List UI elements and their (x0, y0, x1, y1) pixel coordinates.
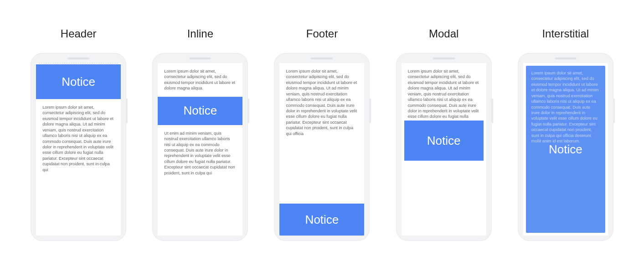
notice-label: Notice (549, 142, 582, 157)
column-interstitial: Interstitial Lorem ipsum dolor sit amet,… (509, 27, 623, 241)
column-footer: Footer Lorem ipsum dolor sit amet, conse… (265, 27, 379, 241)
device-screen: Lorem ipsum dolor sit amet, consectetur … (158, 63, 242, 236)
body-text: Lorem ipsum dolor sit amet, consectetur … (286, 68, 358, 136)
column-header: Header Notice Lorem ipsum dolor sit amet… (21, 27, 135, 241)
diagram-row: Header Notice Lorem ipsum dolor sit amet… (0, 0, 644, 250)
device-frame: Lorem ipsum dolor sit amet, consectetur … (274, 53, 370, 241)
notice-banner-footer: Notice (279, 204, 364, 236)
body-text: Lorem ipsum dolor sit amet, consectetur … (164, 68, 236, 91)
body-text: Lorem ipsum dolor sit amet, consectetur … (42, 105, 114, 173)
column-inline: Inline Lorem ipsum dolor sit amet, conse… (143, 27, 257, 241)
device-screen: Lorem ipsum dolor sit amet, consectetur … (279, 63, 364, 236)
device-screen: Lorem ipsum dolor sit amet, consectetur … (402, 63, 486, 236)
device-frame: Notice Lorem ipsum dolor sit amet, conse… (31, 53, 126, 241)
device-frame: Lorem ipsum dolor sit amet, consectetur … (152, 53, 248, 241)
column-modal: Modal Lorem ipsum dolor sit amet, consec… (387, 27, 501, 241)
notice-interstitial-overlay: Lorem ipsum dolor sit amet, consectetur … (526, 66, 605, 233)
notice-banner-inline: Notice (158, 97, 242, 125)
column-title: Modal (429, 27, 459, 40)
column-title: Footer (306, 27, 338, 40)
column-title: Header (61, 27, 97, 40)
device-screen: Lorem ipsum dolor sit amet, consectetur … (523, 63, 608, 236)
device-frame: Lorem ipsum dolor sit amet, consectetur … (518, 53, 613, 241)
notice-modal: Notice (404, 121, 484, 161)
notice-banner-header: Notice (36, 64, 121, 99)
body-text: Ut enim ad minim veniam, quis nostrud ex… (164, 131, 236, 176)
column-title: Interstitial (542, 27, 589, 40)
device-frame: Lorem ipsum dolor sit amet, consectetur … (396, 53, 492, 241)
device-screen: Notice Lorem ipsum dolor sit amet, conse… (36, 63, 121, 236)
column-title: Inline (187, 27, 213, 40)
